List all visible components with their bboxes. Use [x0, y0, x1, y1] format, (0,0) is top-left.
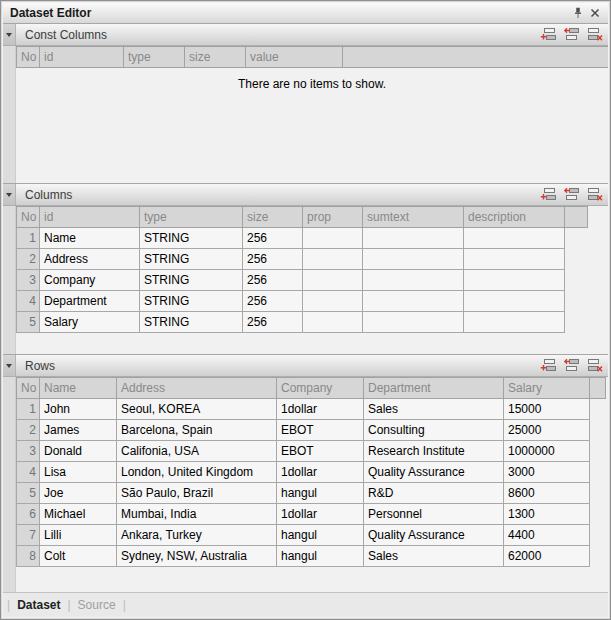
cell-sumtext[interactable] [363, 249, 464, 270]
cell-size[interactable]: 256 [243, 249, 303, 270]
cell-size[interactable]: 256 [243, 228, 303, 249]
cell-salary[interactable]: 1000000 [504, 441, 590, 462]
cell-department[interactable]: Research Institute [364, 441, 504, 462]
cell-sumtext[interactable] [363, 312, 464, 333]
cell-name[interactable]: James [40, 420, 117, 441]
cell-department[interactable]: Quality Assurance [364, 525, 504, 546]
cell-name[interactable]: John [40, 399, 117, 420]
cell-salary[interactable]: 15000 [504, 399, 590, 420]
row-number[interactable]: 5 [17, 483, 40, 504]
delete-row-button[interactable] [585, 27, 603, 43]
cell-id[interactable]: Address [40, 249, 140, 270]
cell-address[interactable]: Ankara, Turkey [117, 525, 277, 546]
cell-name[interactable]: Michael [40, 504, 117, 525]
cell-company[interactable]: 1dollar [277, 462, 364, 483]
cell-name[interactable]: Lisa [40, 462, 117, 483]
cell-department[interactable]: Personnel [364, 504, 504, 525]
cell-sumtext[interactable] [363, 228, 464, 249]
row-number[interactable]: 1 [17, 228, 40, 249]
row-number[interactable]: 3 [17, 441, 40, 462]
cell-department[interactable]: Sales [364, 546, 504, 567]
cell-size[interactable]: 256 [243, 270, 303, 291]
cell-address[interactable]: São Paulo, Brazil [117, 483, 277, 504]
row-number[interactable]: 2 [17, 420, 40, 441]
cell-id[interactable]: Name [40, 228, 140, 249]
cell-department[interactable]: Quality Assurance [364, 462, 504, 483]
cell-name[interactable]: Lilli [40, 525, 117, 546]
tab-dataset[interactable]: Dataset [17, 598, 60, 612]
row-number[interactable]: 8 [17, 546, 40, 567]
pin-icon[interactable] [569, 5, 586, 21]
cell-id[interactable]: Salary [40, 312, 140, 333]
row-number[interactable]: 3 [17, 270, 40, 291]
cell-id[interactable]: Department [40, 291, 140, 312]
cell-company[interactable]: EBOT [277, 441, 364, 462]
tab-source[interactable]: Source [78, 598, 116, 612]
cell-department[interactable]: Consulting [364, 420, 504, 441]
cell-type[interactable]: STRING [140, 249, 243, 270]
cell-prop[interactable] [303, 249, 363, 270]
collapse-button[interactable] [3, 355, 16, 376]
cell-company[interactable]: EBOT [277, 420, 364, 441]
row-number[interactable]: 5 [17, 312, 40, 333]
cell-company[interactable]: 1dollar [277, 399, 364, 420]
cell-name[interactable]: Colt [40, 546, 117, 567]
cell-address[interactable]: London, United Kingdom [117, 462, 277, 483]
row-number[interactable]: 2 [17, 249, 40, 270]
cell-description[interactable] [464, 312, 565, 333]
cell-id[interactable]: Company [40, 270, 140, 291]
cell-prop[interactable] [303, 228, 363, 249]
cell-company[interactable]: hangul [277, 525, 364, 546]
cell-description[interactable] [464, 270, 565, 291]
cell-size[interactable]: 256 [243, 291, 303, 312]
delete-row-button[interactable] [585, 358, 603, 374]
cell-description[interactable] [464, 228, 565, 249]
cell-company[interactable]: 1dollar [277, 504, 364, 525]
insert-row-button[interactable] [562, 27, 580, 43]
cell-prop[interactable] [303, 312, 363, 333]
cell-type[interactable]: STRING [140, 312, 243, 333]
cell-company[interactable]: hangul [277, 546, 364, 567]
add-row-button[interactable] [539, 358, 557, 374]
cell-department[interactable]: Sales [364, 399, 504, 420]
cell-name[interactable]: Donald [40, 441, 117, 462]
cell-salary[interactable]: 3000 [504, 462, 590, 483]
cell-address[interactable]: Barcelona, Spain [117, 420, 277, 441]
cell-size[interactable]: 256 [243, 312, 303, 333]
cell-address[interactable]: Mumbai, India [117, 504, 277, 525]
cell-salary[interactable]: 25000 [504, 420, 590, 441]
add-row-button[interactable] [539, 27, 557, 43]
cell-sumtext[interactable] [363, 270, 464, 291]
cell-company[interactable]: hangul [277, 483, 364, 504]
collapse-button[interactable] [3, 24, 16, 45]
row-number[interactable]: 6 [17, 504, 40, 525]
cell-department[interactable]: R&D [364, 483, 504, 504]
cell-salary[interactable]: 8600 [504, 483, 590, 504]
cell-description[interactable] [464, 291, 565, 312]
row-number[interactable]: 4 [17, 462, 40, 483]
cell-description[interactable] [464, 249, 565, 270]
cell-salary[interactable]: 62000 [504, 546, 590, 567]
collapse-button[interactable] [3, 184, 16, 205]
cell-type[interactable]: STRING [140, 291, 243, 312]
cell-salary[interactable]: 1300 [504, 504, 590, 525]
insert-row-button[interactable] [562, 358, 580, 374]
row-number[interactable]: 1 [17, 399, 40, 420]
insert-row-button[interactable] [562, 187, 580, 203]
row-number[interactable]: 7 [17, 525, 40, 546]
row-number[interactable]: 4 [17, 291, 40, 312]
cell-type[interactable]: STRING [140, 270, 243, 291]
cell-sumtext[interactable] [363, 291, 464, 312]
cell-prop[interactable] [303, 270, 363, 291]
cell-address[interactable]: Califonia, USA [117, 441, 277, 462]
add-row-button[interactable] [539, 187, 557, 203]
cell-name[interactable]: Joe [40, 483, 117, 504]
cell-prop[interactable] [303, 291, 363, 312]
delete-row-button[interactable] [585, 187, 603, 203]
cell-type[interactable]: STRING [140, 228, 243, 249]
close-icon[interactable] [586, 5, 603, 21]
cell-salary[interactable]: 4400 [504, 525, 590, 546]
cell-address[interactable]: Sydney, NSW, Australia [117, 546, 277, 567]
section-body: No Name Address Company Department Salar… [3, 377, 608, 592]
cell-address[interactable]: Seoul, KOREA [117, 399, 277, 420]
